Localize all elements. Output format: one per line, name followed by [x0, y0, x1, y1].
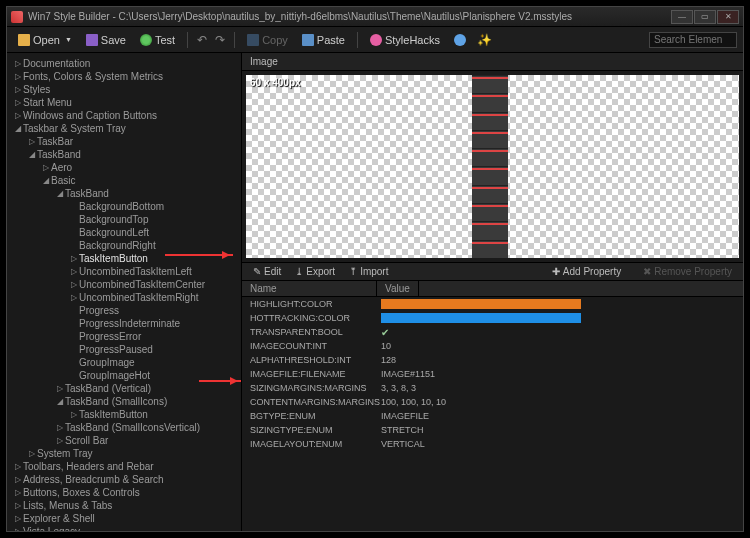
property-row[interactable]: IMAGECOUNT:INT10	[242, 339, 743, 353]
property-row[interactable]: SIZINGTYPE:ENUMSTRETCH	[242, 423, 743, 437]
tree-item[interactable]: ▷Aero	[7, 161, 241, 174]
expand-icon[interactable]: ▷	[27, 135, 37, 148]
expand-icon[interactable]: ▷	[13, 70, 23, 83]
expand-icon[interactable]: ▷	[69, 291, 79, 304]
property-value[interactable]: IMAGE#1151	[377, 369, 743, 379]
expand-icon[interactable]: ▷	[41, 161, 51, 174]
column-value[interactable]: Value	[377, 281, 419, 296]
tree-item[interactable]: ProgressPaused	[7, 343, 241, 356]
tree-item[interactable]: ▷Toolbars, Headers and Rebar	[7, 460, 241, 473]
image-preview[interactable]: 60 x 400px	[242, 71, 743, 262]
tree-item[interactable]: BackgroundTop	[7, 213, 241, 226]
tree-item[interactable]: BackgroundBottom	[7, 200, 241, 213]
property-value[interactable]: 3, 3, 8, 3	[377, 383, 743, 393]
property-value[interactable]	[377, 313, 743, 323]
property-value[interactable]: STRETCH	[377, 425, 743, 435]
property-value[interactable]: 10	[377, 341, 743, 351]
copy-button[interactable]: Copy	[242, 32, 293, 48]
property-value[interactable]	[377, 299, 743, 309]
test-button[interactable]: Test	[135, 32, 180, 48]
tree-item[interactable]: ▷System Tray	[7, 447, 241, 460]
add-property-button[interactable]: ✚ Add Property	[547, 264, 626, 279]
expand-icon[interactable]: ▷	[55, 434, 65, 447]
expand-icon[interactable]: ▷	[69, 252, 79, 265]
tree-item[interactable]: ProgressError	[7, 330, 241, 343]
titlebar[interactable]: Win7 Style Builder - C:\Users\Jerry\Desk…	[7, 7, 743, 27]
tree-item[interactable]: ProgressIndeterminate	[7, 317, 241, 330]
tree-item[interactable]: ▷UncombinedTaskItemCenter	[7, 278, 241, 291]
minimize-button[interactable]: —	[671, 10, 693, 24]
save-button[interactable]: Save	[81, 32, 131, 48]
property-row[interactable]: CONTENTMARGINS:MARGINS100, 100, 10, 10	[242, 395, 743, 409]
tree-item[interactable]: ▷TaskBand (SmallIconsVertical)	[7, 421, 241, 434]
tree-panel[interactable]: ▷Documentation▷Fonts, Colors & System Me…	[7, 53, 242, 531]
tree-item[interactable]: ▷Windows and Caption Buttons	[7, 109, 241, 122]
property-value[interactable]: ✔	[377, 327, 743, 338]
expand-icon[interactable]: ▷	[13, 499, 23, 512]
property-value[interactable]: 100, 100, 10, 10	[377, 397, 743, 407]
tree-item[interactable]: ◢Basic	[7, 174, 241, 187]
remove-property-button[interactable]: ✖ Remove Property	[638, 264, 737, 279]
expand-icon[interactable]: ▷	[55, 382, 65, 395]
collapse-icon[interactable]: ◢	[27, 148, 37, 161]
property-row[interactable]: HIGHLIGHT:COLOR	[242, 297, 743, 311]
expand-icon[interactable]: ▷	[13, 473, 23, 486]
property-row[interactable]: SIZINGMARGINS:MARGINS3, 3, 8, 3	[242, 381, 743, 395]
open-button[interactable]: Open▼	[13, 32, 77, 48]
tree-item[interactable]: ▷Fonts, Colors & System Metrics	[7, 70, 241, 83]
close-button[interactable]: ✕	[717, 10, 739, 24]
property-columns[interactable]: Name Value	[242, 281, 743, 297]
tree-item[interactable]: Progress	[7, 304, 241, 317]
tree-item[interactable]: ◢TaskBand	[7, 187, 241, 200]
property-row[interactable]: TRANSPARENT:BOOL✔	[242, 325, 743, 339]
tree-item[interactable]: ▷Scroll Bar	[7, 434, 241, 447]
tree-item[interactable]: ◢Taskbar & System Tray	[7, 122, 241, 135]
tree-item[interactable]: BackgroundLeft	[7, 226, 241, 239]
property-row[interactable]: BGTYPE:ENUMIMAGEFILE	[242, 409, 743, 423]
collapse-icon[interactable]: ◢	[13, 122, 23, 135]
export-button[interactable]: ⤓ Export	[290, 264, 340, 279]
tree-item[interactable]: ▷UncombinedTaskItemLeft	[7, 265, 241, 278]
property-value[interactable]: 128	[377, 355, 743, 365]
tree-item[interactable]: ▷Documentation	[7, 57, 241, 70]
tree-item[interactable]: ◢TaskBand	[7, 148, 241, 161]
edit-button[interactable]: ✎ Edit	[248, 264, 286, 279]
property-row[interactable]: IMAGEFILE:FILENAMEIMAGE#1151	[242, 367, 743, 381]
expand-icon[interactable]: ▷	[13, 460, 23, 473]
wand-button[interactable]: ✨	[475, 33, 494, 47]
column-name[interactable]: Name	[242, 281, 377, 296]
tree-item[interactable]: ▷Address, Breadcrumb & Search	[7, 473, 241, 486]
color-swatch[interactable]	[381, 313, 581, 323]
property-row[interactable]: IMAGELAYOUT:ENUMVERTICAL	[242, 437, 743, 451]
tree-item[interactable]: BackgroundRight	[7, 239, 241, 252]
tree-item[interactable]: ▷TaskBar	[7, 135, 241, 148]
property-value[interactable]: IMAGEFILE	[377, 411, 743, 421]
info-button[interactable]	[449, 32, 471, 48]
tree-item[interactable]: ▷Explorer & Shell	[7, 512, 241, 525]
expand-icon[interactable]: ▷	[13, 96, 23, 109]
tree-item[interactable]: ▷TaskItemButton	[7, 408, 241, 421]
color-swatch[interactable]	[381, 299, 581, 309]
collapse-icon[interactable]: ◢	[55, 187, 65, 200]
expand-icon[interactable]: ▷	[55, 421, 65, 434]
expand-icon[interactable]: ▷	[13, 525, 23, 531]
tree-item[interactable]: ◢TaskBand (SmallIcons)	[7, 395, 241, 408]
expand-icon[interactable]: ▷	[13, 486, 23, 499]
expand-icon[interactable]: ▷	[13, 512, 23, 525]
tree-item[interactable]: ▷Start Menu	[7, 96, 241, 109]
collapse-icon[interactable]: ◢	[55, 395, 65, 408]
tree-item[interactable]: ▷TaskBand (Vertical)	[7, 382, 241, 395]
tree-item[interactable]: GroupImage	[7, 356, 241, 369]
tree-item[interactable]: ▷Buttons, Boxes & Controls	[7, 486, 241, 499]
stylehacks-button[interactable]: StyleHacks	[365, 32, 445, 48]
property-value[interactable]: VERTICAL	[377, 439, 743, 449]
property-row[interactable]: ALPHATHRESHOLD:INT128	[242, 353, 743, 367]
property-list[interactable]: HIGHLIGHT:COLORHOTTRACKING:COLORTRANSPAR…	[242, 297, 743, 531]
undo-button[interactable]: ↶	[195, 33, 209, 47]
expand-icon[interactable]: ▷	[27, 447, 37, 460]
expand-icon[interactable]: ▷	[13, 57, 23, 70]
tree-item[interactable]: ▷Styles	[7, 83, 241, 96]
expand-icon[interactable]: ▷	[13, 83, 23, 96]
maximize-button[interactable]: ▭	[694, 10, 716, 24]
redo-button[interactable]: ↷	[213, 33, 227, 47]
